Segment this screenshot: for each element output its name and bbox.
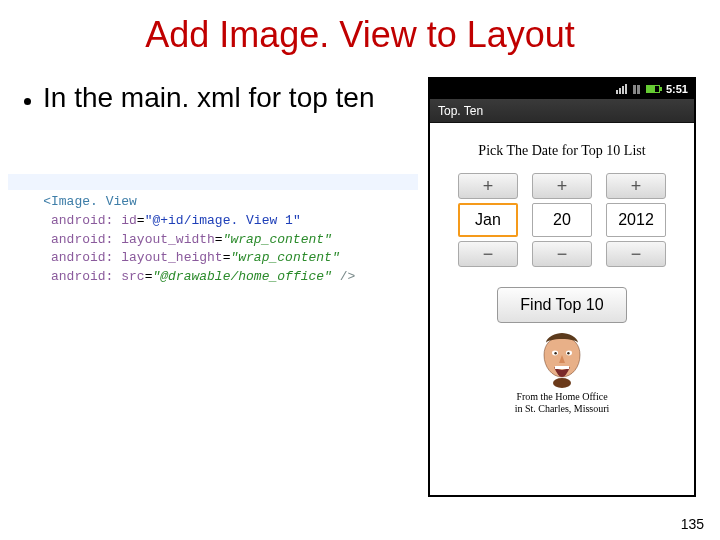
status-bar: 5:51 [430, 79, 694, 99]
svg-point-1 [554, 352, 556, 354]
svg-point-3 [567, 352, 569, 354]
find-top-10-button[interactable]: Find Top 10 [497, 287, 627, 323]
signal-icon [616, 84, 627, 94]
svg-point-5 [553, 378, 571, 388]
code-highlight [8, 174, 418, 190]
app-title: Top. Ten [438, 104, 483, 118]
home-office-line1: From the Home Office [516, 391, 607, 402]
app-screen: Pick The Date for Top 10 List + Jan − + … [430, 123, 694, 421]
month-plus-button[interactable]: + [458, 173, 518, 199]
month-value[interactable]: Jan [458, 203, 518, 237]
bullet-text: In the main. xml for top ten [43, 82, 375, 114]
year-value[interactable]: 2012 [606, 203, 666, 237]
data-icon [633, 85, 640, 94]
bullet-list: In the main. xml for top ten [24, 82, 394, 114]
day-plus-button[interactable]: + [532, 173, 592, 199]
picker-day-column: + 20 − [532, 173, 592, 267]
battery-icon [646, 85, 660, 93]
month-minus-button[interactable]: − [458, 241, 518, 267]
xml-code-snippet: <Image. View android: id="@+id/image. Vi… [12, 174, 422, 287]
code-attr-name-2: android: layout_height [51, 250, 223, 265]
page-number: 135 [681, 516, 704, 532]
slide-title: Add Image. View to Layout [0, 14, 720, 56]
year-minus-button[interactable]: − [606, 241, 666, 267]
picker-month-column: + Jan − [458, 173, 518, 267]
code-attr-name-0: android: id [51, 213, 137, 228]
prompt-label: Pick The Date for Top 10 List [438, 143, 686, 159]
home-office-caption: From the Home Office in St. Charles, Mis… [515, 391, 610, 415]
picker-year-column: + 2012 − [606, 173, 666, 267]
year-plus-button[interactable]: + [606, 173, 666, 199]
status-clock: 5:51 [666, 83, 688, 95]
code-attr-val-0: "@+id/image. View 1" [145, 213, 301, 228]
code-attr-name-1: android: layout_width [51, 232, 215, 247]
code-attr-val-1: "wrap_content" [223, 232, 332, 247]
bullet-dot-icon [24, 98, 31, 105]
day-minus-button[interactable]: − [532, 241, 592, 267]
code-tag-close: /> [332, 269, 355, 284]
android-screenshot: 5:51 Top. Ten Pick The Date for Top 10 L… [428, 77, 696, 497]
date-picker: + Jan − + 20 − + 2012 − [438, 173, 686, 267]
code-tag-open: <Image. View [43, 194, 137, 209]
code-attr-val-2: "wrap_content" [230, 250, 339, 265]
day-value[interactable]: 20 [532, 203, 592, 237]
code-attr-name-3: android: src [51, 269, 145, 284]
home-office-line2: in St. Charles, Missouri [515, 403, 610, 414]
home-office-imageview: From the Home Office in St. Charles, Mis… [438, 333, 686, 415]
caricature-face-icon [532, 333, 592, 389]
svg-rect-4 [555, 366, 569, 369]
code-attr-val-3: "@drawable/home_office" [152, 269, 331, 284]
app-title-bar: Top. Ten [430, 99, 694, 123]
